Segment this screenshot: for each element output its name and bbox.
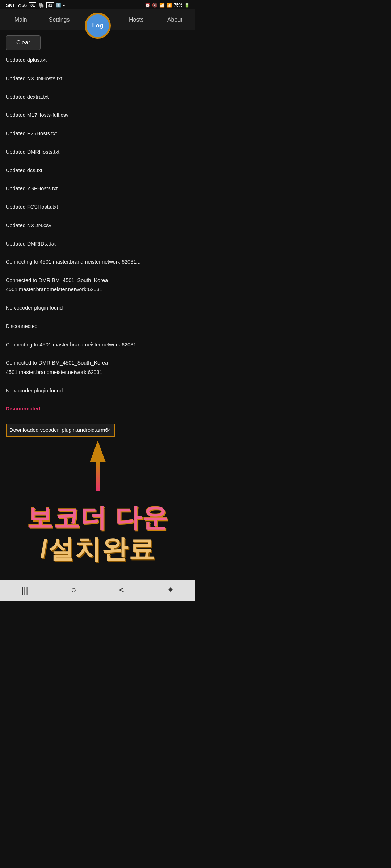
log-item: No vocoder plugin found xyxy=(6,303,190,312)
carrier-label: SKT xyxy=(6,3,15,8)
log-item: Updated NXDNHosts.txt xyxy=(6,74,190,83)
time-label: 7:56 xyxy=(17,3,27,8)
status-left: SKT 7:56 31 🐘 31 1️⃣ • xyxy=(6,2,65,8)
log-item: Connecting to 4501.master.brandmeister.n… xyxy=(6,340,190,349)
nav-tabs: Main Settings Log Hosts About xyxy=(0,9,196,30)
tab-log[interactable]: Log xyxy=(85,13,111,39)
bottom-nav-recent[interactable]: ||| xyxy=(21,585,28,595)
log-item-downloaded: Downloaded vocoder_plugin.android.arm64 xyxy=(6,424,115,437)
app-icon-2: 31 xyxy=(46,2,54,8)
bottom-nav-accessibility[interactable]: ✦ xyxy=(167,585,174,595)
annotation-arrow xyxy=(6,441,190,491)
log-item: Connecting to 4501.master.brandmeister.n… xyxy=(6,258,190,267)
battery-label: 75% xyxy=(174,3,182,8)
arrow-up-icon xyxy=(90,441,106,462)
tab-settings[interactable]: Settings xyxy=(40,10,78,30)
mute-icon: 🔇 xyxy=(152,3,157,8)
log-item: Updated DMRHosts.txt xyxy=(6,148,190,157)
korean-line1: 보코더 다운 xyxy=(9,502,186,533)
log-item: No vocoder plugin found xyxy=(6,386,190,395)
log-item: Updated YSFHosts.txt xyxy=(6,184,190,193)
log-item: Updated dcs.txt xyxy=(6,166,190,175)
dot-icon: • xyxy=(63,3,65,8)
bottom-nav-back[interactable]: < xyxy=(119,585,124,595)
status-bar: SKT 7:56 31 🐘 31 1️⃣ • ⏰ 🔇 📶 📶 75% 🔋 xyxy=(0,0,196,9)
signal-icon: 📶 xyxy=(167,3,172,8)
log-item: Connected to DMR BM_4501_South_Korea 450… xyxy=(6,276,190,294)
log-item: Updated FCSHosts.txt xyxy=(6,203,190,212)
wifi-icon: 📶 xyxy=(159,3,165,8)
log-item: Updated DMRIDs.dat xyxy=(6,239,190,248)
log-item: Disconnected xyxy=(6,322,190,331)
app-icon-3: 1️⃣ xyxy=(56,3,61,8)
log-list: Updated dplus.txt Updated NXDNHosts.txt … xyxy=(6,56,190,437)
korean-line2: /설치완료 xyxy=(9,533,186,565)
korean-caption: 보코더 다운 /설치완료 xyxy=(6,491,190,572)
sim-icon: 31 xyxy=(29,2,36,8)
app-icon-1: 🐘 xyxy=(38,3,44,8)
tab-about[interactable]: About xyxy=(156,10,194,30)
log-item: Updated M17Hosts-full.csv xyxy=(6,111,190,120)
bottom-nav-home[interactable]: ○ xyxy=(71,585,76,595)
alarm-icon: ⏰ xyxy=(145,3,150,8)
log-item: Updated NXDN.csv xyxy=(6,221,190,230)
battery-icon: 🔋 xyxy=(184,3,190,8)
log-item: Updated dextra.txt xyxy=(6,93,190,102)
arrow-stem xyxy=(96,462,100,491)
log-item: Connected to DMR BM_4501_South_Korea 450… xyxy=(6,358,190,377)
bottom-nav: ||| ○ < ✦ xyxy=(0,580,196,601)
log-item: Updated P25Hosts.txt xyxy=(6,129,190,138)
status-right: ⏰ 🔇 📶 📶 75% 🔋 xyxy=(145,3,190,8)
log-item: Updated dplus.txt xyxy=(6,56,190,65)
clear-button[interactable]: Clear xyxy=(6,35,41,50)
content-area: Clear Updated dplus.txt Updated NXDNHost… xyxy=(0,30,196,577)
tab-hosts[interactable]: Hosts xyxy=(117,10,155,30)
tab-main[interactable]: Main xyxy=(1,10,40,30)
log-item-disconnected: Disconnected xyxy=(6,404,190,413)
